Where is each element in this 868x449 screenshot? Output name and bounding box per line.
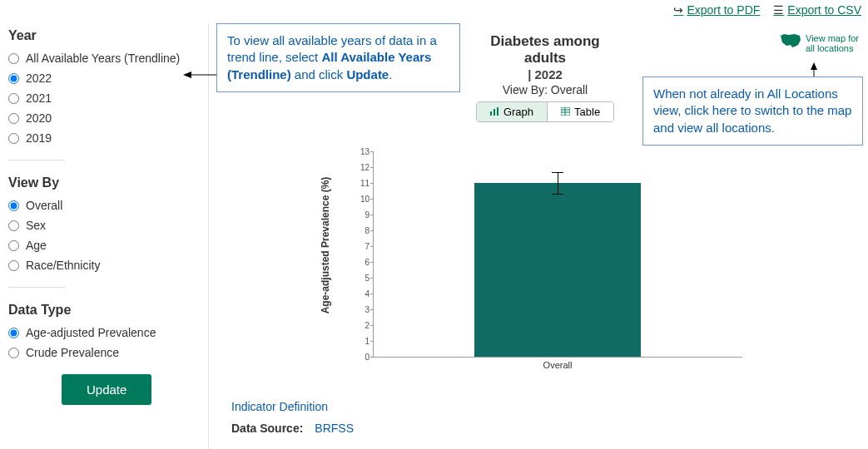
- year-label: 2020: [26, 111, 52, 125]
- data-source-link[interactable]: BRFSS: [315, 422, 354, 435]
- chart-bar-icon: [490, 106, 499, 118]
- y-tick-label: 13: [355, 147, 370, 156]
- us-map-icon: [780, 33, 801, 50]
- chart-header: Diabetes among adults | 2022 View By: Ov…: [470, 33, 620, 122]
- year-radio-2019[interactable]: [8, 133, 19, 144]
- viewby-radio-sex[interactable]: [8, 220, 19, 231]
- y-tick-label: 10: [355, 195, 370, 204]
- viewby-option-sex[interactable]: Sex: [8, 219, 200, 232]
- export-pdf-link[interactable]: ↪ Export to PDF: [673, 3, 760, 17]
- divider: [8, 160, 65, 160]
- y-tick-label: 6: [355, 258, 370, 267]
- viewby-radio-race[interactable]: [8, 260, 19, 271]
- year-radio-all[interactable]: [8, 53, 19, 64]
- y-axis-label: Age-adjusted Prevalence (%): [320, 177, 331, 314]
- year-heading: Year: [8, 28, 200, 43]
- graph-tab-label: Graph: [503, 106, 533, 118]
- y-tick-label: 2: [355, 321, 370, 330]
- viewby-option-race[interactable]: Race/Ethnicity: [8, 259, 200, 272]
- viewby-label: Age: [26, 239, 47, 252]
- export-csv-link[interactable]: ☰ Export to CSV: [773, 3, 861, 17]
- year-label: All Available Years (Trendline): [26, 52, 180, 65]
- export-pdf-label: Export to PDF: [687, 3, 760, 17]
- year-option-2021[interactable]: 2021: [8, 91, 200, 105]
- year-option-2022[interactable]: 2022: [8, 72, 200, 85]
- y-tick-label: 1: [355, 337, 370, 346]
- arrow-icon: [808, 62, 820, 77]
- datatype-radio-crude[interactable]: [8, 348, 19, 358]
- share-icon: ↪: [673, 3, 683, 17]
- y-tick-label: 8: [355, 226, 370, 235]
- y-tick-label: 9: [355, 210, 370, 220]
- year-option-all[interactable]: All Available Years (Trendline): [8, 52, 200, 65]
- viewby-radio-overall[interactable]: [8, 200, 19, 211]
- year-label: 2021: [26, 91, 52, 105]
- table-tab-label: Table: [574, 106, 600, 118]
- arrow-icon: [183, 69, 216, 81]
- view-map-label: View map for all locations: [806, 33, 863, 53]
- chart-subtitle: | 2022: [470, 67, 620, 81]
- viewby-label: Race/Ethnicity: [26, 259, 100, 272]
- callout-trendline: To view all available years of data in a…: [216, 23, 460, 92]
- callout-map: When not already in All Locations view, …: [642, 76, 863, 146]
- footer: Indicator Definition Data Source: BRFSS: [231, 400, 354, 435]
- svg-rect-3: [494, 109, 495, 116]
- datatype-label: Crude Prevalence: [26, 346, 119, 359]
- chart: Age-adjusted Prevalence (%) 012345678910…: [345, 151, 742, 376]
- update-button[interactable]: Update: [62, 374, 151, 405]
- viewby-label: Sex: [26, 219, 46, 232]
- y-tick-label: 12: [355, 163, 370, 172]
- y-tick-label: 11: [355, 179, 370, 188]
- bar: [474, 183, 641, 357]
- viewby-option-overall[interactable]: Overall: [8, 199, 200, 212]
- svg-marker-1: [183, 72, 191, 78]
- y-tick-label: 4: [355, 289, 370, 299]
- indicator-definition-link[interactable]: Indicator Definition: [231, 400, 354, 413]
- graph-tab[interactable]: Graph: [477, 102, 547, 121]
- svg-rect-2: [490, 111, 492, 116]
- viewby-heading: View By: [8, 175, 200, 190]
- year-radio-2022[interactable]: [8, 73, 19, 84]
- y-tick-label: 7: [355, 242, 370, 251]
- spreadsheet-icon: ☰: [773, 3, 784, 17]
- viewby-option-age[interactable]: Age: [8, 239, 200, 252]
- y-tick-label: 0: [355, 353, 370, 362]
- year-radio-2021[interactable]: [8, 93, 19, 104]
- chart-title: Diabetes among adults: [470, 33, 620, 67]
- year-label: 2019: [26, 131, 52, 145]
- viewby-radio-age[interactable]: [8, 240, 19, 251]
- divider: [8, 287, 65, 288]
- export-csv-label: Export to CSV: [787, 3, 861, 17]
- view-map-link[interactable]: View map for all locations: [780, 33, 863, 53]
- svg-marker-10: [811, 62, 817, 70]
- datatype-radio-age-adjusted[interactable]: [8, 328, 19, 338]
- data-source-label: Data Source:: [231, 422, 303, 435]
- x-category-label: Overall: [543, 360, 573, 370]
- datatype-label: Age-adjusted Prevalence: [26, 326, 156, 339]
- datatype-option-age-adjusted[interactable]: Age-adjusted Prevalence: [8, 326, 200, 339]
- table-tab[interactable]: Table: [547, 102, 613, 121]
- sidebar: Year All Available Years (Trendline) 202…: [8, 28, 200, 405]
- datatype-option-crude[interactable]: Crude Prevalence: [8, 346, 200, 359]
- table-icon: [561, 106, 570, 118]
- year-radio-2020[interactable]: [8, 113, 19, 124]
- view-toggle: Graph Table: [476, 101, 614, 122]
- plot-area: 012345678910111213Overall: [373, 151, 742, 358]
- separator: [208, 23, 209, 449]
- year-option-2019[interactable]: 2019: [8, 131, 200, 145]
- year-option-2020[interactable]: 2020: [8, 111, 200, 125]
- y-tick-label: 5: [355, 274, 370, 283]
- chart-viewby: View By: Overall: [470, 83, 620, 96]
- year-label: 2022: [26, 72, 52, 85]
- datatype-heading: Data Type: [8, 303, 200, 318]
- y-tick-label: 3: [355, 305, 370, 314]
- svg-rect-4: [497, 107, 498, 116]
- viewby-label: Overall: [26, 199, 62, 212]
